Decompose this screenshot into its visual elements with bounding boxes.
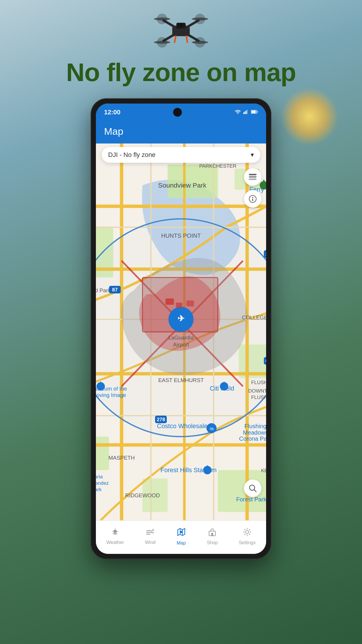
drone-illustration bbox=[152, 9, 210, 52]
map-nav-label: Map bbox=[177, 540, 186, 546]
nav-item-settings[interactable]: Settings bbox=[239, 528, 256, 545]
svg-rect-39 bbox=[166, 298, 174, 305]
svg-rect-20 bbox=[246, 111, 247, 114]
svg-rect-90 bbox=[249, 174, 256, 175]
phone-screen: 12:00 bbox=[96, 104, 266, 554]
status-bar: 12:00 bbox=[96, 104, 266, 121]
svg-rect-95 bbox=[252, 199, 253, 201]
map-container[interactable]: ✈ Soundview Park Ferry Poin HUNTS POINT … bbox=[96, 144, 266, 520]
svg-text:295: 295 bbox=[266, 251, 266, 257]
svg-point-17 bbox=[238, 113, 238, 114]
chevron-down-icon: ▾ bbox=[251, 151, 254, 159]
svg-text:Flushing: Flushing bbox=[245, 423, 266, 429]
nav-item-shop[interactable]: Shop bbox=[207, 528, 218, 545]
settings-icon bbox=[243, 528, 252, 538]
map-nav-icon bbox=[177, 527, 186, 537]
status-time: 12:00 bbox=[104, 108, 120, 116]
status-icons bbox=[235, 109, 258, 115]
svg-text:FLUSHING: FLUSHING bbox=[251, 394, 266, 400]
app-header: Map bbox=[96, 121, 266, 144]
svg-text:87: 87 bbox=[112, 287, 118, 293]
battery-icon bbox=[251, 110, 258, 115]
svg-rect-108 bbox=[211, 533, 213, 536]
svg-rect-21 bbox=[247, 110, 248, 114]
svg-rect-23 bbox=[252, 111, 256, 113]
svg-rect-24 bbox=[257, 111, 258, 113]
svg-text:MASPETH: MASPETH bbox=[108, 455, 135, 461]
wind-icon bbox=[145, 528, 155, 538]
svg-line-15 bbox=[175, 36, 176, 42]
svg-rect-41 bbox=[187, 300, 194, 306]
search-icon bbox=[249, 484, 257, 492]
camera-notch bbox=[173, 108, 182, 117]
shop-nav-icon bbox=[208, 528, 217, 536]
weather-nav-label: Weather bbox=[106, 540, 124, 545]
svg-rect-18 bbox=[243, 112, 244, 114]
svg-text:Meadows: Meadows bbox=[243, 429, 266, 436]
svg-text:Costco Wholesale: Costco Wholesale bbox=[157, 423, 208, 430]
svg-text:✈: ✈ bbox=[178, 314, 184, 323]
svg-text:Soundview Park: Soundview Park bbox=[158, 181, 206, 189]
svg-text:Park: Park bbox=[96, 486, 102, 492]
map-search-button[interactable] bbox=[244, 480, 261, 497]
svg-rect-19 bbox=[245, 111, 245, 114]
main-title: No fly zone on map bbox=[66, 58, 296, 87]
svg-text:DOWNTOWN: DOWNTOWN bbox=[248, 388, 266, 394]
background-sun bbox=[280, 88, 339, 146]
bottom-nav: Weather Wind bbox=[96, 520, 266, 554]
svg-line-16 bbox=[186, 36, 187, 42]
weather-icon bbox=[110, 528, 120, 538]
phone-frame: 12:00 bbox=[91, 98, 271, 559]
svg-text:HUNTS POINT: HUNTS POINT bbox=[161, 232, 201, 239]
nav-item-map[interactable]: Map bbox=[177, 527, 186, 546]
settings-nav-icon bbox=[243, 528, 252, 536]
svg-point-10 bbox=[154, 41, 170, 44]
svg-point-94 bbox=[252, 197, 253, 198]
svg-line-97 bbox=[254, 490, 256, 492]
drone-svg bbox=[152, 9, 210, 52]
wind-nav-label: Wind bbox=[145, 540, 155, 545]
svg-rect-30 bbox=[96, 437, 109, 470]
weather-nav-icon bbox=[110, 528, 120, 536]
map-layers-button[interactable] bbox=[244, 168, 261, 186]
svg-text:EAST ELMHURST: EAST ELMHURST bbox=[158, 377, 204, 383]
nav-item-weather[interactable]: Weather bbox=[106, 528, 124, 545]
svg-text:Forest Park: Forest Park bbox=[236, 496, 266, 503]
shop-nav-label: Shop bbox=[207, 540, 218, 545]
svg-point-109 bbox=[246, 531, 249, 533]
svg-text:RIDGEWOOD: RIDGEWOOD bbox=[125, 492, 160, 498]
info-icon bbox=[249, 195, 256, 203]
map-info-button[interactable] bbox=[244, 190, 261, 208]
dropdown-label: DJI - No fly zone bbox=[108, 151, 156, 159]
shop-icon bbox=[208, 528, 217, 538]
svg-text:Maria: Maria bbox=[96, 474, 103, 480]
svg-rect-91 bbox=[249, 176, 256, 178]
svg-text:Hernandez: Hernandez bbox=[96, 480, 109, 486]
svg-text:FLUSHING: FLUSHING bbox=[251, 379, 266, 385]
map-icon bbox=[177, 527, 186, 539]
svg-text:Airport: Airport bbox=[173, 342, 189, 348]
svg-point-14 bbox=[179, 23, 183, 27]
svg-text:🛍: 🛍 bbox=[210, 426, 214, 431]
map-layer-dropdown[interactable]: DJI - No fly zone ▾ bbox=[102, 147, 260, 163]
svg-rect-92 bbox=[249, 178, 256, 180]
app-header-title: Map bbox=[104, 126, 258, 137]
svg-text:LaGuardia: LaGuardia bbox=[168, 335, 194, 341]
layers-icon bbox=[248, 173, 257, 181]
svg-text:Moving Image: Moving Image bbox=[96, 392, 126, 398]
svg-text:Corona Park: Corona Park bbox=[239, 435, 266, 442]
svg-text:KEW GARDE: KEW GARDE bbox=[261, 468, 266, 473]
nav-item-wind[interactable]: Wind bbox=[145, 528, 155, 545]
signal-icon bbox=[243, 109, 249, 115]
hero-title-section: No fly zone on map bbox=[66, 58, 296, 87]
svg-text:COLLEGE POINT: COLLEGE POINT bbox=[242, 314, 266, 321]
svg-point-8 bbox=[154, 18, 170, 20]
wifi-icon bbox=[235, 109, 241, 115]
svg-text:678: 678 bbox=[266, 358, 266, 364]
svg-text:278: 278 bbox=[157, 416, 165, 422]
wind-nav-icon bbox=[145, 528, 155, 536]
svg-rect-40 bbox=[176, 302, 182, 307]
settings-nav-label: Settings bbox=[239, 540, 256, 545]
svg-text:PARKCHESTER: PARKCHESTER bbox=[199, 163, 236, 169]
svg-text:dall's Island Park: dall's Island Park bbox=[96, 287, 111, 293]
